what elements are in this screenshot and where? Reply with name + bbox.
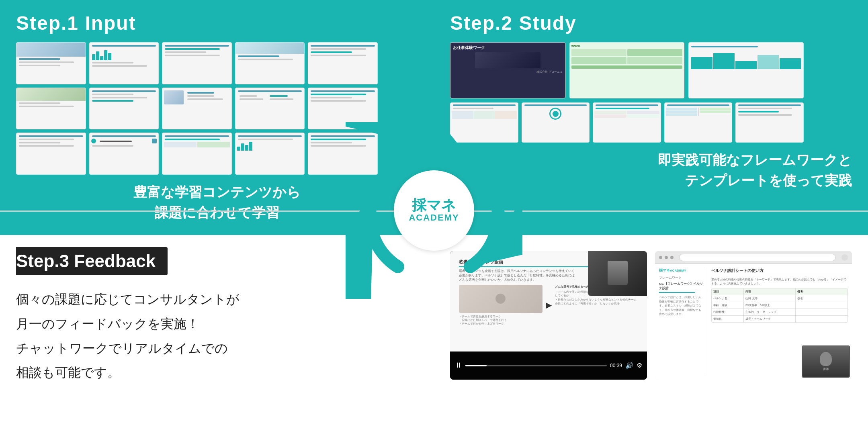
video-thumb-2[interactable]: 採マネACADEMY フレームワーク O2.【フレームワーク】ペルソナ設計 ペル… bbox=[655, 251, 852, 380]
browser-icon bbox=[841, 254, 848, 261]
slide-thumb bbox=[89, 88, 159, 130]
slide-thumb bbox=[664, 102, 733, 143]
arrow-icon: ▶ bbox=[546, 300, 552, 310]
settings-icon[interactable]: ⚙ bbox=[637, 362, 642, 369]
video2-title: フレームワーク bbox=[659, 276, 704, 280]
step3-header: Step.3 Feedback bbox=[16, 251, 156, 271]
slide-thumb bbox=[235, 42, 305, 84]
slide-thumb bbox=[89, 42, 159, 84]
slide-thumb bbox=[735, 102, 804, 143]
video2-speaker-overlay: 講師 bbox=[802, 345, 850, 378]
mock-table: 項目 内容 備考 ペルソナ名 山田 太郎 仮名 bbox=[711, 288, 848, 323]
slide-thumb bbox=[89, 133, 159, 175]
slide-thumb bbox=[593, 102, 661, 143]
browser-dot-3 bbox=[670, 256, 674, 259]
step1-slides-grid bbox=[16, 42, 378, 175]
slide-thumb bbox=[162, 133, 232, 175]
progress-fill bbox=[465, 365, 487, 366]
logo-text-academy: ACADEMY bbox=[409, 213, 459, 223]
browser-url-bar[interactable] bbox=[679, 254, 836, 261]
main-container: Step.1 Input bbox=[0, 0, 868, 421]
volume-icon[interactable]: 🔊 bbox=[625, 362, 633, 369]
slide-thumb: お仕事体験ワーク 株式会社 ブローニュ bbox=[450, 42, 565, 98]
browser-dot-2 bbox=[665, 256, 668, 259]
slide-thumb bbox=[235, 88, 305, 130]
video2-section: ペルソナ設計シートの使い方 bbox=[711, 268, 848, 275]
step2-top-slides: お仕事体験ワーク 株式会社 ブローニュ 5W2H bbox=[450, 42, 804, 98]
slide-thumb bbox=[16, 133, 86, 175]
step2-header: Step.2 Study bbox=[450, 12, 852, 34]
slide-thumb bbox=[235, 133, 305, 175]
slide-thumb bbox=[162, 42, 232, 84]
step1-header: Step.1 Input bbox=[16, 12, 418, 34]
speaker-image bbox=[588, 251, 647, 296]
logo-text-kanji: 採マネ bbox=[412, 198, 456, 213]
slide-thumb bbox=[16, 42, 86, 84]
slide-thumb bbox=[16, 88, 86, 130]
time-display: 00:39 bbox=[610, 363, 622, 368]
step3-description: 個々の課題に応じてコンサルタントが 月一のフィードバックを実施！ チャットワーク… bbox=[16, 287, 418, 385]
slide-thumb bbox=[522, 102, 590, 143]
slide-thumb bbox=[308, 42, 378, 84]
slide-thumb bbox=[162, 88, 232, 130]
progress-bar[interactable] bbox=[465, 365, 607, 366]
browser-bar bbox=[655, 251, 852, 264]
video2-subtitle: O2.【フレームワーク】ペルソナ設計 bbox=[659, 282, 704, 290]
browser-dot-1 bbox=[659, 256, 662, 259]
speaker-overlay bbox=[588, 251, 647, 296]
slide-thumb bbox=[688, 42, 804, 98]
logo-circle: 採マネ ACADEMY bbox=[394, 170, 474, 251]
slide-thumb: 5W2H bbox=[569, 42, 685, 98]
pause-button[interactable]: ⏸ bbox=[455, 361, 462, 370]
browser-sidebar: 採マネACADEMY フレームワーク O2.【フレームワーク】ペルソナ設計 ペル… bbox=[659, 268, 707, 376]
video-controls-1[interactable]: ⏸ 00:39 🔊 ⚙ bbox=[450, 352, 647, 380]
center-logo-area: 採マネ ACADEMY bbox=[346, 122, 522, 299]
